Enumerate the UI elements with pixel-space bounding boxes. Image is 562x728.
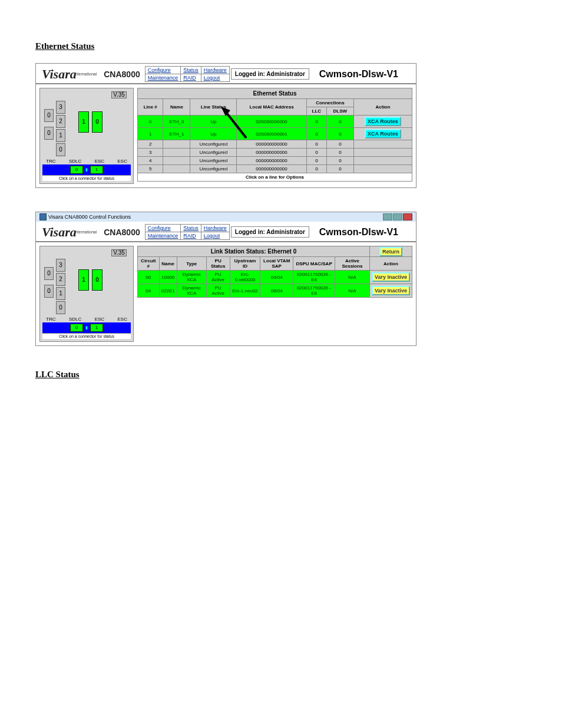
- slot-1[interactable]: 1: [56, 129, 65, 142]
- app-header-2: Visara International CNA8000 Configure S…: [36, 222, 416, 242]
- host-name: Cwmson-Dlsw-V1: [319, 69, 398, 80]
- link-table-title: Link Station Status: Ethernet 0: [138, 246, 370, 257]
- eth-row[interactable]: 5Unconfigured00000000000000: [138, 165, 412, 173]
- bottom-strip-2: 0 ▮ 1: [42, 322, 131, 333]
- eth-row[interactable]: 2Unconfigured00000000000000: [138, 140, 412, 149]
- eth-row[interactable]: 0ETH_0Up02008000000000XCA Routes: [138, 116, 412, 128]
- col-action: Action: [353, 99, 412, 116]
- hardware-panel-2: V.35 0 0 3 2 1 0 1 0 TRC: [39, 246, 134, 342]
- nav-raid[interactable]: RAID: [181, 74, 201, 82]
- label-esc2: ESC: [118, 159, 127, 164]
- nav-configure[interactable]: Configure: [145, 67, 181, 74]
- col-line: Line #: [138, 99, 163, 116]
- model-label-2: CNA8000: [104, 228, 140, 237]
- nav-menu-2: Configure Status Hardware Maintenance RA…: [145, 224, 230, 240]
- col-dspu: DSPU MAC/SAP: [293, 257, 335, 271]
- slot-3[interactable]: 3: [56, 101, 65, 114]
- nav-menu: Configure Status Hardware Maintenance RA…: [145, 66, 230, 82]
- col-name-2: Name: [159, 257, 177, 271]
- link-row[interactable]: 04022E1Dynamic XCAPU ActiveErc-1.neo0208…: [138, 284, 412, 298]
- nav-maintenance-2[interactable]: Maintenance: [145, 232, 181, 240]
- vary-inactive-button[interactable]: Vary Inactive: [372, 286, 410, 295]
- nav-hardware-2[interactable]: Hardware: [201, 225, 229, 232]
- xca-routes-button[interactable]: XCA Routes: [365, 129, 401, 139]
- green-port-0[interactable]: 0: [92, 111, 103, 133]
- nav-configure-2[interactable]: Configure: [145, 225, 181, 232]
- brand-tagline: International: [74, 72, 97, 76]
- nav-logout[interactable]: Logout: [201, 74, 229, 82]
- v35-label[interactable]: V.35: [111, 91, 127, 98]
- window-controls[interactable]: [383, 213, 412, 220]
- green-port-0b[interactable]: 0: [92, 269, 103, 291]
- return-button[interactable]: Return: [379, 247, 402, 256]
- eth-table-title: Ethernet Status: [138, 88, 412, 99]
- app-header: Visara International CNA8000 Configure S…: [36, 64, 416, 84]
- col-llc: LLC: [306, 107, 326, 116]
- eth-row[interactable]: 1ETH_1Up02008000000100XCA Routes: [138, 128, 412, 140]
- app-icon: [39, 213, 47, 220]
- brand-logo-2: Visara: [42, 225, 77, 240]
- slot-3b[interactable]: 3: [56, 259, 65, 272]
- slot-left-0a[interactable]: 0: [44, 109, 54, 122]
- hw-hint: Click on a connector for status: [42, 175, 131, 181]
- hardware-panel: V.35 0 0 3 2 1 0 1 0 TRC: [39, 88, 134, 184]
- eth-footer-hint: Click on a line for Options: [138, 173, 412, 182]
- svg-line-0: [224, 110, 246, 138]
- nav-raid-2[interactable]: RAID: [181, 232, 201, 240]
- slot-0[interactable]: 0: [56, 143, 65, 156]
- label-trc-2: TRC: [46, 317, 55, 322]
- link-station-table: Link Station Status: Ethernet 0 Return C…: [137, 246, 412, 298]
- col-sessions: Active Sessions: [335, 257, 370, 271]
- col-type: Type: [177, 257, 206, 271]
- login-status-2: Logged in: Administrator: [231, 226, 309, 238]
- col-upstream: Upstream ID: [230, 257, 260, 271]
- slot-left-0b-2[interactable]: 0: [44, 285, 54, 298]
- section-heading-llc: LLC Status: [35, 370, 527, 380]
- strip-port-1[interactable]: 1: [90, 166, 103, 174]
- ethernet-status-table: Ethernet Status Line # Name Line Status …: [137, 88, 412, 182]
- col-dlsw: DLSW: [326, 107, 353, 116]
- link-row[interactable]: 0010000Dynamic XCAPU ActiveErc-0.xel0000…: [138, 271, 412, 284]
- eth-row[interactable]: 3Unconfigured00000000000000: [138, 149, 412, 157]
- strip-port-1b[interactable]: 1: [90, 324, 103, 332]
- annotation-arrow-icon: [220, 106, 249, 141]
- label-esc1-2: ESC: [95, 317, 104, 322]
- screenshot-linkstation: Visara CNA8000 Control Functions Visara …: [35, 212, 416, 346]
- strip-port-0b[interactable]: 0: [70, 324, 83, 332]
- slot-0b[interactable]: 0: [56, 301, 65, 314]
- slot-2b[interactable]: 2: [56, 273, 65, 286]
- nav-status-2[interactable]: Status: [181, 225, 201, 232]
- screenshot-ethernet: Visara International CNA8000 Configure S…: [35, 63, 416, 188]
- nav-hardware[interactable]: Hardware: [201, 67, 229, 74]
- xca-routes-button[interactable]: XCA Routes: [365, 117, 401, 126]
- col-connections: Connections: [306, 99, 353, 107]
- brand-logo: Visara: [42, 67, 77, 82]
- nav-logout-2[interactable]: Logout: [201, 232, 229, 240]
- browser-title: Visara CNA8000 Control Functions: [48, 214, 131, 220]
- label-trc: TRC: [46, 159, 55, 164]
- nav-maintenance[interactable]: Maintenance: [145, 74, 181, 82]
- brand-tagline-2: International: [74, 230, 97, 234]
- col-name: Name: [163, 99, 190, 116]
- green-port-1b[interactable]: 1: [78, 269, 89, 291]
- nav-status[interactable]: Status: [181, 67, 201, 74]
- v35-label-2[interactable]: V.35: [111, 249, 127, 256]
- bottom-strip: 0 ▮ 1: [42, 164, 131, 175]
- slot-2[interactable]: 2: [56, 115, 65, 128]
- vary-inactive-button[interactable]: Vary Inactive: [372, 272, 410, 282]
- browser-titlebar: Visara CNA8000 Control Functions: [36, 212, 416, 222]
- green-port-1[interactable]: 1: [78, 111, 89, 133]
- hw-hint-2: Click on a connector for status: [42, 333, 131, 339]
- label-esc2-2: ESC: [118, 317, 127, 322]
- strip-port-0[interactable]: 0: [70, 166, 83, 174]
- eth-row[interactable]: 4Unconfigured00000000000000: [138, 157, 412, 165]
- label-sdlc: SDLC: [69, 159, 81, 164]
- slot-1b[interactable]: 1: [56, 287, 65, 300]
- slot-left-0a-2[interactable]: 0: [44, 267, 54, 280]
- col-pu: PU Status: [206, 257, 230, 271]
- section-heading-eth: Ethernet Status: [35, 41, 527, 51]
- host-name-2: Cwmson-Dlsw-V1: [319, 227, 398, 238]
- slot-left-0b[interactable]: 0: [44, 127, 54, 140]
- col-circuit: Circuit #: [138, 257, 160, 271]
- label-esc1: ESC: [95, 159, 104, 164]
